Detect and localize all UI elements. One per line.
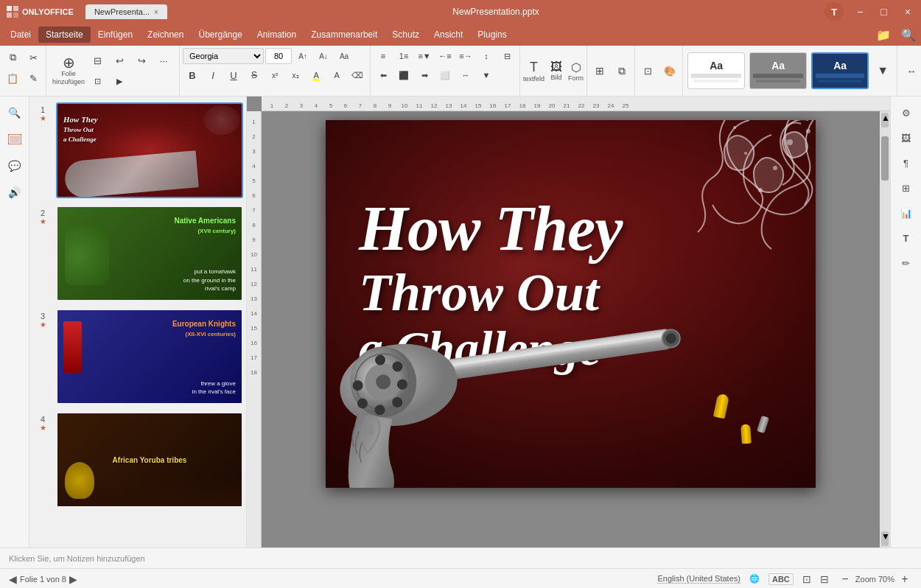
slide-layout-button[interactable]: ⊟ xyxy=(88,52,107,69)
align-left-button[interactable]: ⬅ xyxy=(374,66,393,84)
prev-slide-button[interactable]: ◀ xyxy=(9,573,17,585)
undo-button[interactable]: ↩ xyxy=(110,52,129,69)
menu-einfuegen[interactable]: Einfügen xyxy=(91,27,140,43)
open-location-button[interactable]: 📁 xyxy=(874,26,893,43)
spell-check-button[interactable]: ABC xyxy=(768,573,794,585)
redo-button[interactable]: ↪ xyxy=(132,52,151,69)
superscript-button[interactable]: x² xyxy=(265,66,284,84)
cut-button[interactable]: ✂ xyxy=(24,49,43,66)
italic-button[interactable]: I xyxy=(203,66,223,84)
copy-button[interactable]: ⧉ xyxy=(3,49,22,66)
decrease-indent-button[interactable]: ←≡ xyxy=(435,47,455,65)
slide-item-3[interactable]: 3 ★ European Knights(XII-XVI centuries) … xyxy=(32,309,243,405)
menu-datei[interactable]: Datei xyxy=(3,27,38,43)
format-painter-button[interactable]: ✎ xyxy=(24,69,43,87)
font-name-select[interactable]: Georgia xyxy=(183,48,264,64)
font-color-button[interactable]: A xyxy=(327,66,346,84)
menu-zusammenarbeit[interactable]: Zusammenarbeit xyxy=(304,27,385,43)
strikethrough-button[interactable]: S xyxy=(245,66,264,84)
slide-3-thumbnail[interactable]: European Knights(XII-XVI centuries) thre… xyxy=(56,309,243,405)
right-settings-icon[interactable]: ⚙ xyxy=(896,102,917,123)
slide-size-button[interactable]: ⊡ xyxy=(638,62,657,80)
search-side-icon[interactable]: 🔍 xyxy=(4,102,25,123)
bold-button[interactable]: B xyxy=(183,66,202,84)
more-align-button[interactable]: ▼ xyxy=(477,66,496,84)
numbered-list-button[interactable]: 1≡ xyxy=(394,47,413,65)
slide-2-thumbnail[interactable]: Native Americans(XVII century) put a tom… xyxy=(56,206,243,301)
track-changes-button[interactable]: ↔ xyxy=(902,62,921,80)
right-image-icon[interactable]: 🖼 xyxy=(896,127,917,148)
slide-4-thumbnail[interactable]: African Yoruba tribes xyxy=(56,412,243,508)
menu-uebergaenge[interactable]: Übergänge xyxy=(191,27,249,43)
zoom-out-button[interactable]: − xyxy=(838,572,852,587)
minimize-button[interactable]: − xyxy=(852,4,867,19)
fit-width-button[interactable]: ⊟ xyxy=(820,573,829,585)
decrease-font-button[interactable]: A↓ xyxy=(314,47,333,65)
textbox-button[interactable]: T textfeld xyxy=(523,60,544,83)
menu-ansicht[interactable]: Ansicht xyxy=(427,27,470,43)
theme-expand-button[interactable]: ▼ xyxy=(873,62,892,80)
audio-icon[interactable]: 🔊 xyxy=(4,182,25,203)
line-spacing-button[interactable]: ↕ xyxy=(477,47,496,65)
align-center-button[interactable]: ⬛ xyxy=(394,66,413,84)
text-direction-button[interactable]: ↔ xyxy=(456,66,475,84)
right-signature-icon[interactable]: ✏ xyxy=(896,253,917,273)
slide-1-thumbnail[interactable]: How TheyThrow Outa Challenge xyxy=(56,102,243,198)
bullet-list-button[interactable]: ≡ xyxy=(374,47,393,65)
columns-button[interactable]: ⊟ xyxy=(497,47,516,65)
language-selector[interactable]: English (United States) xyxy=(657,574,740,584)
main-slide[interactable]: How They Throw Out a Challenge xyxy=(326,120,816,488)
slide-item-2[interactable]: 2 ★ Native Americans(XVII century) put a… xyxy=(32,206,243,301)
align-right-button[interactable]: ➡ xyxy=(415,66,434,84)
slides-panel-icon[interactable] xyxy=(4,129,25,150)
right-table-icon[interactable]: ⊞ xyxy=(896,178,917,198)
table-button[interactable]: ⊞ xyxy=(590,62,609,80)
notes-bar[interactable]: Klicken Sie, um Notizen hinzuzufügen xyxy=(0,547,921,568)
theme-white-button[interactable]: Aa xyxy=(687,52,745,89)
menu-animation[interactable]: Animation xyxy=(250,27,304,43)
slide-viewport[interactable]: How They Throw Out a Challenge xyxy=(262,111,880,547)
shape-button[interactable]: ⬡ Form xyxy=(568,60,584,82)
add-slide-button[interactable]: ⊕ Foliehinzufügen xyxy=(52,55,85,86)
slide-item-1[interactable]: 1 ★ How TheyThrow Outa Challenge xyxy=(32,102,243,198)
font-size-input[interactable] xyxy=(265,48,292,64)
vertical-scrollbar[interactable]: ▲ ▼ xyxy=(880,111,890,547)
tab-close-icon[interactable]: × xyxy=(154,8,158,16)
menu-schutz[interactable]: Schutz xyxy=(385,27,427,43)
menu-zeichnen[interactable]: Zeichnen xyxy=(140,27,191,43)
comments-icon[interactable]: 💬 xyxy=(4,155,25,176)
search-button[interactable]: 🔍 xyxy=(899,26,918,43)
theme-gray-button[interactable]: Aa xyxy=(749,52,807,89)
clear-format-button[interactable]: ⌫ xyxy=(348,66,367,84)
arrange-button[interactable]: ⧉ xyxy=(612,62,631,80)
slide-play-button[interactable]: ▶ xyxy=(110,72,129,90)
image-button[interactable]: 🖼 Bild xyxy=(550,60,562,81)
justify-button[interactable]: ⬜ xyxy=(435,66,455,84)
close-button[interactable]: × xyxy=(900,4,915,19)
list-settings-button[interactable]: ≡▼ xyxy=(415,47,434,65)
paste-button[interactable]: 📋 xyxy=(3,69,22,87)
highlight-button[interactable]: A xyxy=(307,66,326,84)
fit-page-button[interactable]: ⊡ xyxy=(802,573,811,585)
theme-blue-button[interactable]: Aa xyxy=(811,52,869,89)
maximize-button[interactable]: □ xyxy=(876,4,891,19)
change-case-button[interactable]: Aa xyxy=(335,47,354,65)
right-chart-icon[interactable]: 📊 xyxy=(896,203,917,223)
document-tab[interactable]: NewPresenta... × xyxy=(85,4,167,19)
right-text-icon[interactable]: T xyxy=(896,228,917,248)
more-button[interactable]: ··· xyxy=(154,52,173,69)
slide-view-button[interactable]: ⊡ xyxy=(88,72,107,90)
zoom-in-button[interactable]: + xyxy=(897,572,912,587)
language-settings-icon[interactable]: 🌐 xyxy=(749,574,760,584)
menu-startseite[interactable]: Startseite xyxy=(38,27,91,43)
menu-plugins[interactable]: Plugins xyxy=(470,27,514,43)
increase-font-button[interactable]: A↑ xyxy=(293,47,312,65)
right-paragraph-icon[interactable]: ¶ xyxy=(896,153,917,173)
user-avatar[interactable]: T xyxy=(824,2,844,21)
increase-indent-button[interactable]: ≡→ xyxy=(456,47,475,65)
slide-item-4[interactable]: 4 ★ African Yoruba tribes xyxy=(32,412,243,508)
next-slide-button[interactable]: ▶ xyxy=(69,573,77,585)
slide-color-button[interactable]: 🎨 xyxy=(660,62,679,80)
subscript-button[interactable]: x₂ xyxy=(286,66,305,84)
underline-button[interactable]: U xyxy=(224,66,243,84)
